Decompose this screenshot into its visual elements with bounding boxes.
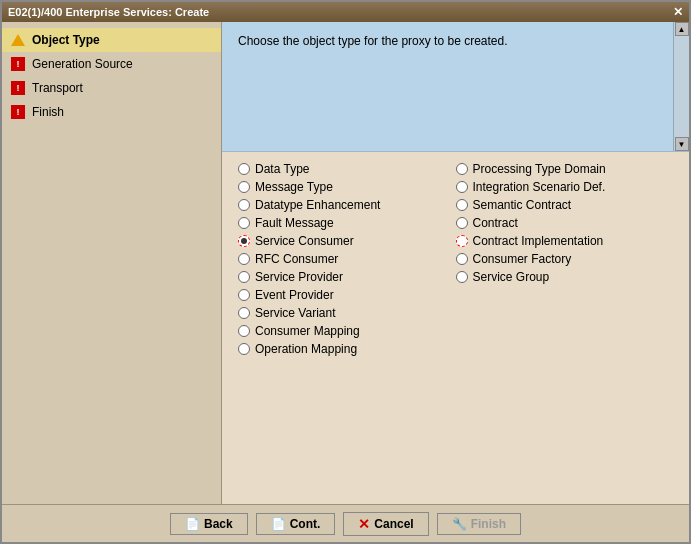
radio-data-type-input[interactable]	[238, 163, 250, 175]
radio-operation-mapping-label: Operation Mapping	[255, 342, 357, 356]
radio-contract-implementation[interactable]: Contract Implementation	[456, 234, 674, 248]
radio-consumer-mapping-label: Consumer Mapping	[255, 324, 360, 338]
radio-consumer-factory-label: Consumer Factory	[473, 252, 572, 266]
radio-service-variant-label: Service Variant	[255, 306, 335, 320]
radio-consumer-factory-input[interactable]	[456, 253, 468, 265]
radio-service-variant[interactable]: Service Variant	[238, 306, 456, 320]
back-button[interactable]: 📄 Back	[170, 513, 248, 535]
radio-fault-message-label: Fault Message	[255, 216, 334, 230]
radio-integration-scenario-def[interactable]: Integration Scenario Def.	[456, 180, 674, 194]
sidebar-item-generation-source[interactable]: ! Generation Source	[2, 52, 221, 76]
finish-icon: 🔧	[452, 517, 467, 531]
sidebar-item-transport[interactable]: ! Transport	[2, 76, 221, 100]
sidebar-item-finish[interactable]: ! Finish	[2, 100, 221, 124]
radio-operation-mapping[interactable]: Operation Mapping	[238, 342, 456, 356]
radio-service-provider[interactable]: Service Provider	[238, 270, 456, 284]
scroll-down-button[interactable]: ▼	[675, 137, 689, 151]
radio-service-group[interactable]: Service Group	[456, 270, 674, 284]
radio-service-variant-input[interactable]	[238, 307, 250, 319]
radio-contract-implementation-input[interactable]	[456, 235, 468, 247]
radio-contract-implementation-label: Contract Implementation	[473, 234, 604, 248]
sidebar: Object Type ! Generation Source ! Transp…	[2, 22, 222, 504]
radio-event-provider-input[interactable]	[238, 289, 250, 301]
cont-icon: 📄	[271, 517, 286, 531]
right-panel: Choose the object type for the proxy to …	[222, 22, 689, 504]
radio-message-type-label: Message Type	[255, 180, 333, 194]
radio-semantic-contract[interactable]: Semantic Contract	[456, 198, 674, 212]
radio-semantic-contract-input[interactable]	[456, 199, 468, 211]
radio-contract[interactable]: Contract	[456, 216, 674, 230]
scrollbar: ▲ ▼	[673, 22, 689, 151]
footer: 📄 Back 📄 Cont. ✕ Cancel 🔧 Finish	[2, 504, 689, 542]
radio-service-group-label: Service Group	[473, 270, 550, 284]
radio-event-provider-label: Event Provider	[255, 288, 334, 302]
main-window: E02(1)/400 Enterprise Services: Create ✕…	[0, 0, 691, 544]
cancel-icon: ✕	[358, 516, 370, 532]
cont-label: Cont.	[290, 517, 321, 531]
radio-datatype-enhancement-input[interactable]	[238, 199, 250, 211]
scroll-up-button[interactable]: ▲	[675, 22, 689, 36]
triangle-icon	[10, 32, 26, 48]
back-label: Back	[204, 517, 233, 531]
radio-processing-type-domain-label: Processing Type Domain	[473, 162, 606, 176]
red-icon-transport: !	[10, 80, 26, 96]
radio-message-type-input[interactable]	[238, 181, 250, 193]
window-title: E02(1)/400 Enterprise Services: Create	[8, 6, 209, 18]
radio-consumer-mapping-input[interactable]	[238, 325, 250, 337]
radio-consumer-factory[interactable]: Consumer Factory	[456, 252, 674, 266]
red-icon-finish: !	[10, 104, 26, 120]
title-bar: E02(1)/400 Enterprise Services: Create ✕	[2, 2, 689, 22]
description-area: Choose the object type for the proxy to …	[222, 22, 689, 152]
radio-contract-label: Contract	[473, 216, 518, 230]
finish-label: Finish	[471, 517, 506, 531]
back-icon: 📄	[185, 517, 200, 531]
radio-contract-input[interactable]	[456, 217, 468, 229]
radio-data-type-label: Data Type	[255, 162, 309, 176]
radio-fault-message-input[interactable]	[238, 217, 250, 229]
finish-button[interactable]: 🔧 Finish	[437, 513, 521, 535]
sidebar-label-transport: Transport	[32, 81, 83, 95]
close-button[interactable]: ✕	[673, 5, 683, 19]
radio-service-group-input[interactable]	[456, 271, 468, 283]
cancel-button[interactable]: ✕ Cancel	[343, 512, 428, 536]
description-text: Choose the object type for the proxy to …	[238, 34, 508, 48]
sidebar-item-object-type[interactable]: Object Type	[2, 28, 221, 52]
cancel-label: Cancel	[374, 517, 413, 531]
options-area: Data Type Message Type Datatype Enhancem…	[222, 152, 689, 504]
radio-data-type[interactable]: Data Type	[238, 162, 456, 176]
radio-consumer-mapping[interactable]: Consumer Mapping	[238, 324, 456, 338]
radio-processing-type-domain[interactable]: Processing Type Domain	[456, 162, 674, 176]
radio-service-consumer-input[interactable]	[238, 235, 250, 247]
radio-service-provider-input[interactable]	[238, 271, 250, 283]
radio-integration-scenario-def-input[interactable]	[456, 181, 468, 193]
radio-semantic-contract-label: Semantic Contract	[473, 198, 572, 212]
options-col-1: Data Type Message Type Datatype Enhancem…	[238, 162, 456, 494]
red-icon-generation: !	[10, 56, 26, 72]
radio-event-provider[interactable]: Event Provider	[238, 288, 456, 302]
radio-datatype-enhancement[interactable]: Datatype Enhancement	[238, 198, 456, 212]
sidebar-label-generation-source: Generation Source	[32, 57, 133, 71]
radio-operation-mapping-input[interactable]	[238, 343, 250, 355]
radio-rfc-consumer-label: RFC Consumer	[255, 252, 338, 266]
radio-datatype-enhancement-label: Datatype Enhancement	[255, 198, 380, 212]
main-content: Object Type ! Generation Source ! Transp…	[2, 22, 689, 504]
radio-service-provider-label: Service Provider	[255, 270, 343, 284]
sidebar-label-object-type: Object Type	[32, 33, 100, 47]
sidebar-label-finish: Finish	[32, 105, 64, 119]
radio-service-consumer-label: Service Consumer	[255, 234, 354, 248]
radio-processing-type-domain-input[interactable]	[456, 163, 468, 175]
radio-rfc-consumer-input[interactable]	[238, 253, 250, 265]
radio-message-type[interactable]: Message Type	[238, 180, 456, 194]
options-col-2: Processing Type Domain Integration Scena…	[456, 162, 674, 494]
radio-integration-scenario-def-label: Integration Scenario Def.	[473, 180, 606, 194]
radio-service-consumer[interactable]: Service Consumer	[238, 234, 456, 248]
radio-rfc-consumer[interactable]: RFC Consumer	[238, 252, 456, 266]
cont-button[interactable]: 📄 Cont.	[256, 513, 336, 535]
radio-fault-message[interactable]: Fault Message	[238, 216, 456, 230]
